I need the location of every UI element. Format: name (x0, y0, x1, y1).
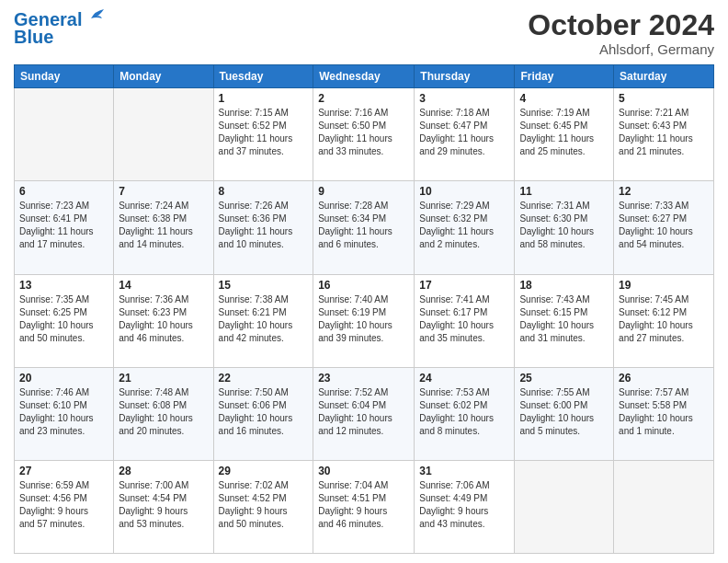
col-monday: Monday (114, 65, 213, 88)
header: General Blue October 2024 Ahlsdorf, Germ… (14, 9, 714, 57)
day-content: Sunrise: 7:45 AM Sunset: 6:12 PM Dayligh… (619, 293, 709, 345)
day-content: Sunrise: 7:43 AM Sunset: 6:15 PM Dayligh… (519, 293, 609, 345)
calendar-week-row: 13Sunrise: 7:35 AM Sunset: 6:25 PM Dayli… (15, 274, 714, 367)
calendar-week-row: 1Sunrise: 7:15 AM Sunset: 6:52 PM Daylig… (15, 88, 714, 181)
calendar-cell: 27Sunrise: 6:59 AM Sunset: 4:56 PM Dayli… (15, 460, 114, 553)
day-number: 30 (318, 465, 409, 477)
calendar-cell (515, 460, 614, 553)
day-content: Sunrise: 7:26 AM Sunset: 6:36 PM Dayligh… (219, 200, 309, 251)
calendar-cell: 29Sunrise: 7:02 AM Sunset: 4:52 PM Dayli… (213, 460, 313, 553)
calendar-cell: 31Sunrise: 7:06 AM Sunset: 4:49 PM Dayli… (415, 460, 515, 553)
calendar-cell: 15Sunrise: 7:38 AM Sunset: 6:21 PM Dayli… (213, 274, 313, 367)
page: General Blue October 2024 Ahlsdorf, Germ… (0, 0, 728, 563)
month-title: October 2024 (528, 9, 714, 41)
calendar-header-row: Sunday Monday Tuesday Wednesday Thursday… (15, 65, 714, 88)
calendar-cell: 23Sunrise: 7:52 AM Sunset: 6:04 PM Dayli… (313, 367, 415, 460)
day-number: 1 (219, 92, 309, 105)
calendar-cell: 12Sunrise: 7:33 AM Sunset: 6:27 PM Dayli… (614, 181, 714, 274)
day-number: 8 (219, 185, 309, 198)
day-content: Sunrise: 7:53 AM Sunset: 6:02 PM Dayligh… (419, 386, 509, 438)
calendar-cell: 18Sunrise: 7:43 AM Sunset: 6:15 PM Dayli… (515, 274, 614, 367)
calendar-cell: 9Sunrise: 7:28 AM Sunset: 6:34 PM Daylig… (313, 181, 415, 274)
day-number: 9 (318, 185, 409, 198)
calendar-cell: 13Sunrise: 7:35 AM Sunset: 6:25 PM Dayli… (15, 274, 114, 367)
calendar-cell: 24Sunrise: 7:53 AM Sunset: 6:02 PM Dayli… (415, 367, 515, 460)
calendar-cell: 7Sunrise: 7:24 AM Sunset: 6:38 PM Daylig… (114, 181, 213, 274)
calendar-cell: 14Sunrise: 7:36 AM Sunset: 6:23 PM Dayli… (114, 274, 213, 367)
day-number: 24 (419, 372, 509, 385)
day-content: Sunrise: 7:38 AM Sunset: 6:21 PM Dayligh… (219, 293, 309, 345)
calendar-cell: 10Sunrise: 7:29 AM Sunset: 6:32 PM Dayli… (415, 181, 515, 274)
day-content: Sunrise: 7:31 AM Sunset: 6:30 PM Dayligh… (519, 200, 609, 251)
day-content: Sunrise: 7:00 AM Sunset: 4:54 PM Dayligh… (119, 479, 208, 531)
day-content: Sunrise: 7:36 AM Sunset: 6:23 PM Dayligh… (119, 293, 208, 345)
day-number: 26 (619, 372, 709, 385)
calendar-cell: 2Sunrise: 7:16 AM Sunset: 6:50 PM Daylig… (313, 88, 415, 181)
calendar-cell: 26Sunrise: 7:57 AM Sunset: 5:58 PM Dayli… (614, 367, 714, 460)
day-number: 13 (19, 279, 108, 292)
location: Ahlsdorf, Germany (528, 41, 714, 57)
col-friday: Friday (515, 65, 614, 88)
day-content: Sunrise: 7:15 AM Sunset: 6:52 PM Dayligh… (219, 107, 309, 158)
calendar-cell: 11Sunrise: 7:31 AM Sunset: 6:30 PM Dayli… (515, 181, 614, 274)
logo-blue: Blue (14, 27, 53, 48)
calendar-cell: 19Sunrise: 7:45 AM Sunset: 6:12 PM Dayli… (614, 274, 714, 367)
day-number: 25 (519, 372, 609, 385)
day-content: Sunrise: 7:02 AM Sunset: 4:52 PM Dayligh… (219, 479, 309, 531)
day-number: 16 (318, 279, 409, 292)
calendar-cell: 6Sunrise: 7:23 AM Sunset: 6:41 PM Daylig… (15, 181, 114, 274)
day-content: Sunrise: 6:59 AM Sunset: 4:56 PM Dayligh… (19, 479, 108, 531)
calendar-cell: 4Sunrise: 7:19 AM Sunset: 6:45 PM Daylig… (515, 88, 614, 181)
col-tuesday: Tuesday (213, 65, 313, 88)
day-content: Sunrise: 7:19 AM Sunset: 6:45 PM Dayligh… (519, 107, 609, 158)
col-sunday: Sunday (15, 65, 114, 88)
calendar-week-row: 27Sunrise: 6:59 AM Sunset: 4:56 PM Dayli… (15, 460, 714, 553)
day-content: Sunrise: 7:24 AM Sunset: 6:38 PM Dayligh… (119, 200, 208, 251)
day-number: 14 (119, 279, 208, 292)
day-content: Sunrise: 7:28 AM Sunset: 6:34 PM Dayligh… (318, 200, 409, 251)
calendar-table: Sunday Monday Tuesday Wednesday Thursday… (14, 64, 714, 554)
calendar-week-row: 6Sunrise: 7:23 AM Sunset: 6:41 PM Daylig… (15, 181, 714, 274)
calendar-cell: 16Sunrise: 7:40 AM Sunset: 6:19 PM Dayli… (313, 274, 415, 367)
calendar-cell: 3Sunrise: 7:18 AM Sunset: 6:47 PM Daylig… (415, 88, 515, 181)
calendar-cell: 1Sunrise: 7:15 AM Sunset: 6:52 PM Daylig… (213, 88, 313, 181)
calendar-cell: 30Sunrise: 7:04 AM Sunset: 4:51 PM Dayli… (313, 460, 415, 553)
calendar-cell (15, 88, 114, 181)
calendar-cell: 21Sunrise: 7:48 AM Sunset: 6:08 PM Dayli… (114, 367, 213, 460)
day-number: 6 (19, 185, 108, 198)
calendar-cell: 22Sunrise: 7:50 AM Sunset: 6:06 PM Dayli… (213, 367, 313, 460)
day-content: Sunrise: 7:04 AM Sunset: 4:51 PM Dayligh… (318, 479, 409, 531)
logo: General Blue (14, 9, 104, 48)
calendar-cell: 17Sunrise: 7:41 AM Sunset: 6:17 PM Dayli… (415, 274, 515, 367)
col-wednesday: Wednesday (313, 65, 415, 88)
day-number: 4 (519, 92, 609, 105)
day-number: 27 (19, 465, 108, 477)
calendar-cell: 28Sunrise: 7:00 AM Sunset: 4:54 PM Dayli… (114, 460, 213, 553)
day-number: 31 (419, 465, 509, 477)
day-number: 15 (219, 279, 309, 292)
day-content: Sunrise: 7:33 AM Sunset: 6:27 PM Dayligh… (619, 200, 709, 251)
calendar-cell: 20Sunrise: 7:46 AM Sunset: 6:10 PM Dayli… (15, 367, 114, 460)
calendar-week-row: 20Sunrise: 7:46 AM Sunset: 6:10 PM Dayli… (15, 367, 714, 460)
day-content: Sunrise: 7:52 AM Sunset: 6:04 PM Dayligh… (318, 386, 409, 438)
calendar-cell (614, 460, 714, 553)
col-thursday: Thursday (415, 65, 515, 88)
calendar-cell: 25Sunrise: 7:55 AM Sunset: 6:00 PM Dayli… (515, 367, 614, 460)
day-content: Sunrise: 7:48 AM Sunset: 6:08 PM Dayligh… (119, 386, 208, 438)
day-number: 3 (419, 92, 509, 105)
day-number: 20 (19, 372, 108, 385)
day-content: Sunrise: 7:50 AM Sunset: 6:06 PM Dayligh… (219, 386, 309, 438)
day-number: 11 (519, 185, 609, 198)
day-number: 23 (318, 372, 409, 385)
col-saturday: Saturday (614, 65, 714, 88)
day-number: 21 (119, 372, 208, 385)
day-content: Sunrise: 7:40 AM Sunset: 6:19 PM Dayligh… (318, 293, 409, 345)
day-content: Sunrise: 7:21 AM Sunset: 6:43 PM Dayligh… (619, 107, 709, 158)
day-content: Sunrise: 7:29 AM Sunset: 6:32 PM Dayligh… (419, 200, 509, 251)
day-content: Sunrise: 7:23 AM Sunset: 6:41 PM Dayligh… (19, 200, 108, 251)
day-number: 7 (119, 185, 208, 198)
day-number: 22 (219, 372, 309, 385)
day-number: 12 (619, 185, 709, 198)
day-number: 29 (219, 465, 309, 477)
day-content: Sunrise: 7:06 AM Sunset: 4:49 PM Dayligh… (419, 479, 509, 531)
